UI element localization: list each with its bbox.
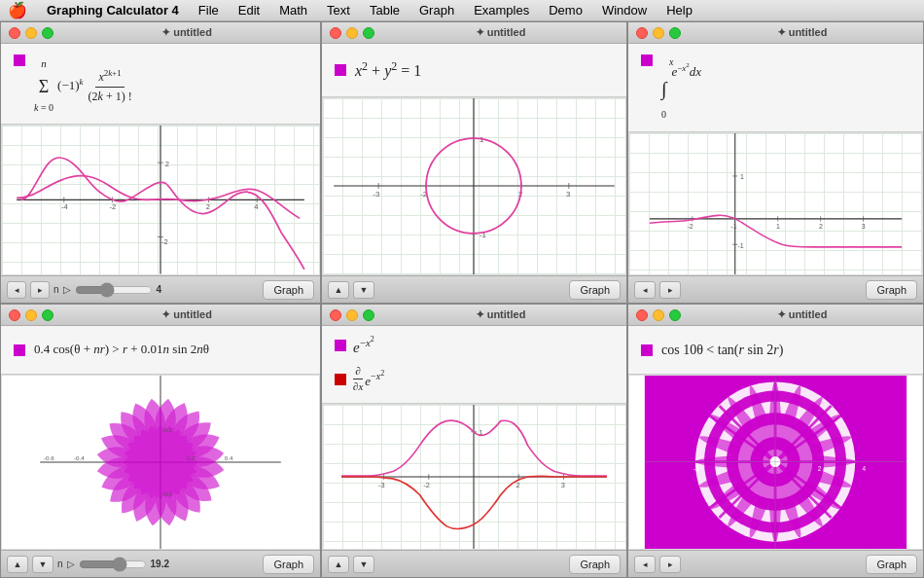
svg-text:-1: -1 [737, 242, 743, 249]
toolbar-icon-4a[interactable]: ▲ [7, 556, 28, 573]
formula-area-5: e−x2 ∂ ∂x e−x2 [322, 326, 626, 404]
menubar: 🍎 Graphing Calculator 4 File Edit Math T… [0, 0, 924, 21]
toolbar-1: ◂ ▸ n ▷ 4 Graph [1, 275, 320, 303]
window-1: ✦ untitled n Σ k = 0 (−1)k x2k+1 (2k + 1… [0, 21, 321, 304]
svg-text:-2: -2 [688, 223, 693, 230]
svg-rect-72 [641, 344, 653, 356]
max-btn-2[interactable] [363, 27, 374, 39]
svg-text:2: 2 [165, 160, 169, 168]
n-slider[interactable] [75, 285, 153, 295]
main-area: ✦ untitled n Σ k = 0 (−1)k x2k+1 (2k + 1… [0, 21, 924, 578]
max-btn-5[interactable] [363, 309, 374, 321]
toolbar-icon-3b[interactable]: ▸ [659, 281, 681, 299]
toolbar-icon-4b[interactable]: ▼ [32, 556, 53, 573]
toolbar-icon-6b[interactable]: ▸ [659, 556, 681, 573]
swatch-3[interactable] [640, 54, 654, 67]
swatch-5a[interactable] [334, 339, 347, 352]
swatch-2[interactable] [334, 63, 347, 77]
min-btn-6[interactable] [653, 309, 664, 321]
n-slider-4[interactable] [79, 560, 147, 569]
menu-examples[interactable]: Examples [466, 2, 537, 18]
svg-text:-1: -1 [730, 223, 736, 230]
swatch-5b[interactable] [334, 373, 347, 386]
svg-text:0.2: 0.2 [187, 454, 195, 461]
toolbar-6: ◂ ▸ Graph [628, 550, 923, 577]
toolbar-icon-5b[interactable]: ▼ [353, 556, 374, 573]
min-btn-2[interactable] [346, 27, 358, 39]
toolbar-btn-right-1[interactable]: ▸ [30, 281, 50, 299]
min-btn-4[interactable] [25, 309, 37, 321]
min-btn-3[interactable] [653, 27, 664, 39]
toolbar-4: ▲ ▼ n ▷ 19.2 Graph [1, 550, 320, 577]
graph-svg-5: -2 -3 2 3 1 [323, 405, 625, 549]
svg-text:-3: -3 [373, 190, 379, 199]
apple-menu[interactable]: 🍎 [8, 1, 27, 19]
toolbar-icon-b[interactable]: ▼ [353, 281, 374, 299]
window-buttons-3[interactable] [636, 27, 681, 39]
graph-button-5[interactable]: Graph [569, 555, 621, 574]
menu-table[interactable]: Table [362, 2, 408, 18]
swatch-6[interactable] [640, 343, 654, 357]
menu-help[interactable]: Help [658, 2, 700, 18]
toolbar-5: ▲ ▼ Graph [322, 550, 626, 577]
close-btn-3[interactable] [636, 27, 648, 39]
close-btn-2[interactable] [330, 27, 341, 39]
graph-1: -2 -4 2 4 2 -2 [1, 125, 320, 275]
formula-area-2: x2 + y2 = 1 [322, 44, 626, 97]
menu-text[interactable]: Text [319, 2, 358, 18]
swatch-1[interactable] [13, 54, 26, 67]
max-btn-1[interactable] [42, 27, 53, 39]
svg-text:-2: -2 [110, 202, 117, 211]
max-btn-3[interactable] [669, 27, 681, 39]
window-3: ✦ untitled x ∫ 0 e−x2dx [627, 21, 924, 304]
toolbar-btn-left-1[interactable]: ◂ [7, 281, 26, 299]
min-btn-5[interactable] [346, 309, 358, 321]
graph-button-4[interactable]: Graph [263, 555, 314, 574]
menu-math[interactable]: Math [271, 2, 315, 18]
toolbar-2: ▲ ▼ Graph [322, 275, 626, 303]
window-buttons-4[interactable] [9, 309, 53, 321]
graph-6: -2 2 4 [628, 375, 923, 550]
max-btn-4[interactable] [42, 309, 53, 321]
graph-svg-3: -2 -1 1 2 3 1 -1 [629, 133, 922, 274]
close-btn-4[interactable] [9, 309, 20, 321]
win-title-6: ✦ untitled [689, 308, 915, 321]
svg-text:3: 3 [561, 481, 565, 489]
window-buttons-2[interactable] [330, 27, 374, 39]
toolbar-icon-5a[interactable]: ▲ [328, 556, 349, 573]
window-buttons-1[interactable] [9, 27, 53, 39]
close-btn-1[interactable] [9, 27, 20, 39]
swatch-4[interactable] [13, 343, 26, 357]
graph-3: -2 -1 1 2 3 1 -1 [628, 132, 923, 275]
graph-2: -2 -3 2 3 1 -1 [322, 97, 626, 275]
graph-button-1[interactable]: Graph [263, 280, 314, 300]
svg-text:2: 2 [818, 465, 822, 472]
svg-text:4: 4 [863, 465, 867, 472]
svg-text:4: 4 [254, 202, 259, 211]
app-name: Graphing Calculator 4 [39, 2, 187, 18]
menu-graph[interactable]: Graph [411, 2, 462, 18]
min-btn-1[interactable] [25, 27, 37, 39]
max-btn-6[interactable] [669, 309, 681, 321]
graph-button-2[interactable]: Graph [569, 280, 621, 300]
toolbar-icon-a[interactable]: ▲ [328, 281, 349, 299]
window-buttons-5[interactable] [330, 309, 374, 321]
close-btn-5[interactable] [330, 309, 341, 321]
svg-rect-31 [641, 54, 653, 66]
window-buttons-6[interactable] [636, 309, 681, 321]
menu-file[interactable]: File [191, 2, 227, 18]
menu-edit[interactable]: Edit [231, 2, 267, 18]
toolbar-icon-6a[interactable]: ◂ [634, 556, 656, 573]
graph-button-3[interactable]: Graph [866, 280, 917, 300]
toolbar-icon-3a[interactable]: ◂ [634, 281, 656, 299]
menu-demo[interactable]: Demo [541, 2, 590, 18]
menu-window[interactable]: Window [594, 2, 655, 18]
graph-5: -2 -3 2 3 1 [322, 404, 626, 550]
svg-text:-0.6: -0.6 [44, 454, 54, 461]
svg-text:-4: -4 [61, 202, 69, 211]
graph-button-6[interactable]: Graph [866, 555, 917, 574]
close-btn-6[interactable] [636, 309, 648, 321]
formula-area-3: x ∫ 0 e−x2dx [628, 44, 923, 132]
window-6: ✦ untitled cos 10θ < tan(r sin 2r) [627, 304, 924, 578]
win-title-2: ✦ untitled [382, 26, 619, 39]
